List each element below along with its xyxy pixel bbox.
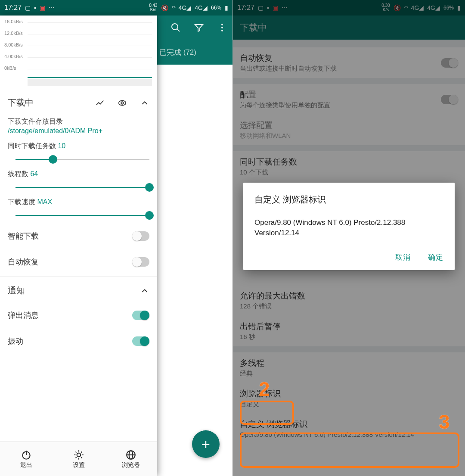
concurrent-label: 同时下载任务数 10 [0, 139, 157, 151]
signal1-icon: 4G◢ [179, 4, 192, 11]
fab-add[interactable]: + [192, 430, 220, 458]
status-time: 17:27 [4, 4, 22, 12]
chart-tick: 8.00kB/s [0, 42, 155, 54]
svg-point-2 [221, 24, 223, 25]
chart-tick: 12.0kB/s [0, 31, 155, 42]
chart-tick: 0kB/s [0, 65, 155, 77]
popup-toggle[interactable] [132, 311, 149, 320]
rec-icon: ▣ [40, 4, 45, 11]
auto-resume-toggle[interactable] [132, 257, 149, 267]
smart-download-toggle-row[interactable]: 智能下载 [0, 223, 157, 249]
gear-icon [73, 449, 84, 460]
tab-settings[interactable]: 设置 [53, 442, 105, 476]
tab-browser[interactable]: 浏览器 [105, 442, 157, 476]
svg-point-5 [119, 100, 126, 105]
download-dir-path[interactable]: /storage/emulated/0/ADM Pro+ [0, 126, 157, 135]
chart-tick: 4.00kB/s [0, 54, 155, 65]
tab-exit-label: 退出 [20, 461, 32, 469]
annotation-num-3: 3 [439, 410, 450, 433]
gallery-icon: ▢ [25, 4, 31, 11]
cancel-button[interactable]: 取消 [395, 252, 411, 262]
chevron-up-icon[interactable] [140, 286, 149, 296]
svg-point-4 [221, 30, 223, 31]
dialog-title: 自定义 浏览器标识 [254, 194, 443, 205]
speed-label: 下载速度 MAX [0, 195, 157, 207]
svg-point-3 [221, 27, 223, 28]
status-battery: 66% [211, 5, 221, 11]
phone-right: 17:27 ▢ ▪ ▣ ⋯ 0.30K/s 🔇 ⌔ 4G◢ 4G◢ 66% ▮ … [232, 0, 465, 476]
mute-icon: 🔇 [161, 4, 168, 11]
download-dir-label: 下载文件存放目录 [0, 115, 157, 126]
vibrate-toggle[interactable] [132, 336, 149, 346]
speed-slider[interactable] [16, 211, 149, 220]
phone-left: 17:27 ▢ ▪ ▣ ⋯ 0.43K/s 🔇 ⌔ 4G◢ 4G◢ 66% ▮ … [0, 0, 232, 476]
signal2-icon: 4G◢ [195, 4, 208, 11]
popup-toggle-row[interactable]: 弹出消息 [0, 302, 157, 328]
chevron-up-icon[interactable] [140, 98, 149, 108]
status-speed: 0.43K/s [149, 3, 157, 12]
eye-icon[interactable] [118, 98, 127, 108]
smart-download-label: 智能下载 [8, 231, 39, 241]
line-chart-icon[interactable] [95, 98, 105, 108]
menu-overflow-icon[interactable] [217, 22, 227, 33]
useragent-input[interactable]: Opera/9.80 (Windows NT 6.0) Presto/2.12.… [254, 218, 443, 241]
smart-download-toggle[interactable] [132, 231, 149, 241]
tab-exit[interactable]: 退出 [0, 442, 53, 476]
svg-point-9 [77, 453, 81, 457]
speed-chart: 16.0kB/s 12.0kB/s 8.00kB/s 4.00kB/s 0kB/… [0, 16, 157, 91]
power-icon [21, 449, 32, 460]
popup-label: 弹出消息 [8, 310, 39, 320]
chat-icon: ▪ [34, 4, 36, 11]
concurrent-slider[interactable] [16, 155, 149, 164]
svg-point-0 [172, 24, 178, 30]
filter-icon[interactable] [194, 22, 204, 33]
svg-line-1 [177, 29, 180, 31]
auto-resume-label: 自动恢复 [8, 257, 39, 267]
annotation-box-3 [240, 432, 459, 468]
section-notify: 通知 [8, 285, 25, 296]
threads-label: 线程数 64 [0, 167, 157, 179]
threads-slider[interactable] [16, 183, 149, 192]
more-icon: ⋯ [49, 4, 55, 11]
vibrate-label: 振动 [8, 336, 23, 346]
bottom-tabs: 退出 设置 浏览器 [0, 442, 157, 476]
annotation-num-2: 2 [259, 377, 270, 401]
tab-browser-label: 浏览器 [122, 461, 140, 469]
ok-button[interactable]: 确定 [428, 252, 443, 262]
chart-tick: 16.0kB/s [0, 19, 155, 31]
svg-point-6 [121, 102, 124, 104]
auto-resume-toggle-row[interactable]: 自动恢复 [0, 249, 157, 275]
section-downloading: 下载中 [8, 97, 34, 109]
annotation-box-2 [240, 401, 294, 425]
wifi-icon: ⌔ [172, 4, 175, 11]
drawer-panel: 16.0kB/s 12.0kB/s 8.00kB/s 4.00kB/s 0kB/… [0, 16, 157, 476]
globe-icon [125, 449, 136, 460]
useragent-dialog: 自定义 浏览器标识 Opera/9.80 (Windows NT 6.0) Pr… [243, 183, 455, 270]
search-icon[interactable] [170, 22, 181, 33]
tab-settings-label: 设置 [73, 461, 85, 469]
battery-icon: ▮ [225, 4, 228, 11]
status-bar: 17:27 ▢ ▪ ▣ ⋯ 0.43K/s 🔇 ⌔ 4G◢ 4G◢ 66% ▮ [0, 0, 232, 16]
vibrate-toggle-row[interactable]: 振动 [0, 328, 157, 354]
